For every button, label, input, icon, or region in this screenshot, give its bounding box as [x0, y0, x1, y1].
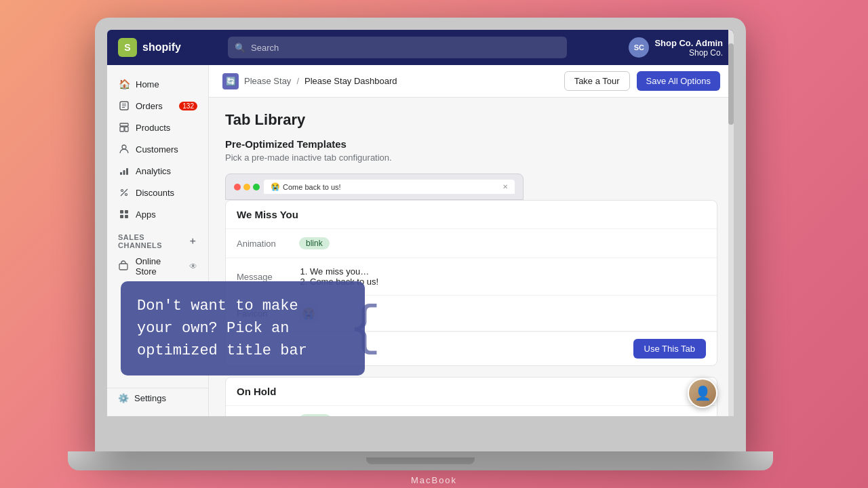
- orders-badge: 132: [179, 102, 197, 110]
- analytics-icon: [118, 165, 130, 177]
- sidebar-label-home: Home: [136, 79, 159, 89]
- take-tour-button[interactable]: Take a Tour: [564, 71, 630, 91]
- breadcrumb-separator: /: [296, 76, 299, 86]
- apps-icon: [118, 208, 130, 220]
- tab-library-header: Tab Library: [209, 98, 734, 138]
- sidebar-item-settings[interactable]: ⚙️ Settings: [107, 388, 208, 408]
- sidebar-item-orders[interactable]: Orders 132: [107, 95, 208, 117]
- breadcrumb-page: Please Stay Dashboard: [304, 76, 397, 86]
- card1-animation-label: Animation: [237, 239, 291, 249]
- chat-widget[interactable]: 👤: [688, 378, 717, 408]
- svg-rect-16: [120, 215, 123, 218]
- search-bar[interactable]: 🔍 Search: [228, 37, 567, 58]
- sidebar-item-home[interactable]: 🏠 Home: [107, 73, 208, 95]
- sidebar-label-analytics: Analytics: [136, 166, 171, 176]
- svg-point-12: [125, 194, 127, 196]
- shopify-logo: S shopify: [118, 38, 220, 57]
- settings-icon: ⚙️: [118, 393, 129, 403]
- laptop-outer: S shopify 🔍 Search SC Shop C: [95, 18, 746, 451]
- save-options-button[interactable]: Save All Options: [637, 71, 720, 91]
- card1-message-label: Message: [237, 272, 291, 282]
- card1-header: We Miss You: [226, 201, 717, 229]
- sidebar-label-discounts: Discounts: [136, 188, 174, 198]
- tl-green: [253, 184, 260, 190]
- tab-title: Come back to us!: [283, 183, 341, 191]
- preopt-title: Pre-Optimized Templates: [225, 138, 717, 150]
- sidebar-item-discounts[interactable]: Discounts: [107, 182, 208, 203]
- shopify-logo-text: shopify: [142, 41, 181, 54]
- laptop-base: [68, 451, 773, 470]
- sidebar-item-customers[interactable]: Customers: [107, 138, 208, 160]
- macbook-label: MacBook: [411, 475, 457, 485]
- chat-widget-avatar: 👤: [689, 380, 716, 407]
- sidebar-label-online-store: Online Store: [136, 256, 184, 277]
- svg-rect-8: [120, 172, 122, 175]
- card-on-hold: On Hold Animation scroll Message We're h…: [225, 377, 717, 416]
- card2-animation-row: Animation scroll: [226, 406, 717, 416]
- card2-animation-label: Animation: [237, 415, 291, 417]
- user-area: SC Shop Co. Admin Shop Co.: [629, 37, 723, 58]
- tooltip-text: Don't want to makeyour own? Pick anoptim…: [137, 298, 307, 359]
- breadcrumb-actions: Take a Tour Save All Options: [564, 71, 720, 91]
- laptop-screen: S shopify 🔍 Search SC Shop C: [107, 30, 734, 416]
- sidebar-label-orders: Orders: [136, 101, 163, 111]
- tooltip-overlay: Don't want to makeyour own? Pick anoptim…: [121, 281, 365, 375]
- svg-line-13: [121, 189, 127, 196]
- card1-message-2: Come back to us!: [310, 277, 706, 287]
- tab-close-icon[interactable]: ✕: [502, 183, 508, 190]
- user-info: Shop Co. Admin Shop Co.: [654, 38, 723, 58]
- customers-icon: [118, 143, 130, 155]
- card1-animation-row: Animation blink: [226, 229, 717, 258]
- svg-rect-9: [123, 170, 125, 175]
- scrollbar-thumb: [728, 43, 734, 125]
- svg-rect-15: [125, 210, 128, 214]
- search-icon: 🔍: [235, 43, 245, 53]
- shopify-logo-icon: S: [118, 38, 137, 57]
- preopt-desc: Pick a pre-made inactive tab configurati…: [225, 152, 717, 163]
- card2-animation-value: scroll: [299, 414, 332, 416]
- products-icon: [118, 121, 130, 134]
- home-icon: 🏠: [118, 78, 130, 90]
- sidebar-item-apps[interactable]: Apps: [107, 203, 208, 225]
- eye-icon[interactable]: 👁: [189, 262, 197, 271]
- tab-library-title: Tab Library: [225, 111, 717, 129]
- online-store-icon: [118, 260, 130, 272]
- svg-point-7: [122, 145, 126, 149]
- breadcrumb-app: Please Stay: [244, 76, 291, 86]
- sidebar-item-analytics[interactable]: Analytics: [107, 160, 208, 182]
- scrollbar[interactable]: [728, 30, 734, 416]
- laptop-notch: [366, 458, 475, 464]
- sidebar-label-products: Products: [136, 123, 170, 133]
- sidebar-label-apps: Apps: [136, 209, 156, 220]
- tl-yellow: [243, 184, 250, 190]
- discounts-icon: [118, 186, 130, 199]
- use-tab-button[interactable]: Use This Tab: [633, 339, 706, 359]
- sales-channels-title: SALES CHANNELS ＋: [107, 225, 208, 252]
- svg-rect-4: [120, 127, 124, 131]
- traffic-lights: [234, 184, 260, 190]
- user-avatar: SC: [629, 37, 649, 58]
- tab-favicon: 😭: [271, 182, 280, 191]
- breadcrumb: 🔄 Please Stay / Please Stay Dashboard: [222, 73, 397, 89]
- orders-icon: [118, 100, 130, 112]
- sidebar-item-online-store[interactable]: Online Store 👁: [107, 252, 208, 281]
- sidebar-label-settings: Settings: [134, 393, 166, 403]
- browser-preview: 😭 Come back to us! ✕: [225, 174, 524, 200]
- tl-red: [234, 184, 241, 190]
- search-placeholder: Search: [251, 43, 279, 53]
- user-name: Shop Co. Admin: [654, 38, 723, 48]
- card1-message-1: We miss you…: [310, 266, 706, 277]
- svg-rect-5: [125, 127, 128, 131]
- add-sales-channel-icon[interactable]: ＋: [188, 235, 198, 247]
- user-store: Shop Co.: [654, 48, 723, 58]
- sidebar-item-products[interactable]: Products: [107, 117, 208, 138]
- top-nav: S shopify 🔍 Search SC Shop C: [107, 30, 734, 65]
- card2-header: On Hold: [226, 378, 717, 406]
- svg-rect-14: [120, 210, 123, 214]
- card1-animation-value: blink: [299, 237, 330, 249]
- browser-tab: 😭 Come back to us! ✕: [264, 180, 515, 194]
- app-icon: 🔄: [222, 73, 239, 89]
- svg-rect-6: [120, 123, 128, 126]
- sidebar-label-customers: Customers: [136, 144, 178, 155]
- svg-point-11: [121, 190, 123, 192]
